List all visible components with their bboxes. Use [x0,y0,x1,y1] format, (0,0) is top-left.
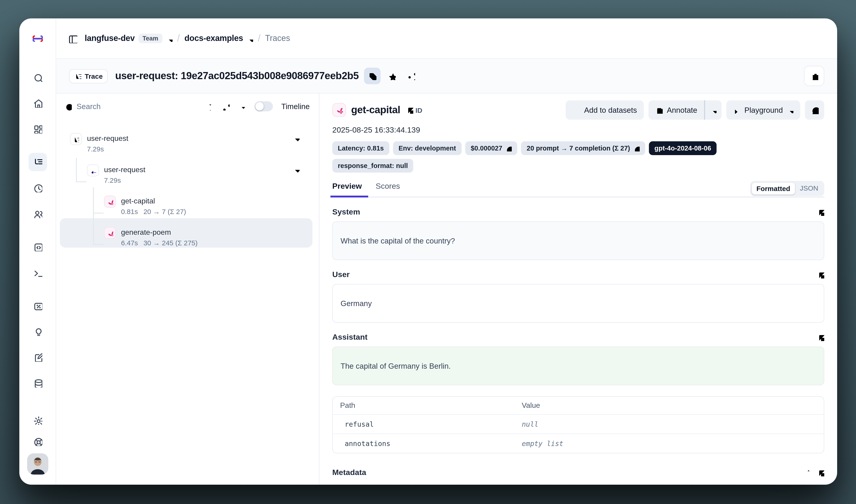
breadcrumb-project-selector[interactable]: langfuse-dev Team [85,34,173,43]
project-name: langfuse-dev [85,34,135,43]
detail-tabs: Preview Scores Formatted JSON [332,181,824,197]
tree-node-generation[interactable]: generate-poem 6.47s30 → 245 (Σ 275) [63,227,311,252]
app-window: langfuse-dev Team / docs-examples / Trac… [19,18,837,485]
user-section-header: User [332,270,824,280]
org-role-badge: Team [138,34,162,43]
chevron-down-icon [787,107,793,113]
metadata-heading: Metadata [332,468,366,477]
node-tokens: 20 → 7 (Σ 27) [143,207,186,217]
top-bar: langfuse-dev Team / docs-examples / Trac… [56,18,837,59]
tree-node-trace[interactable]: user-request 7.29s [63,133,311,158]
annotate-dropdown-chevron[interactable] [705,100,721,120]
share-icon[interactable] [403,68,420,84]
main-column: langfuse-dev Team / docs-examples / Trac… [56,18,837,485]
playground-button[interactable]: Playground [726,100,800,120]
observation-title: get-capital [351,104,400,116]
collapse-chevron-icon[interactable] [292,166,300,173]
value-cell: empty list [515,439,824,448]
trash-icon[interactable] [804,66,824,86]
users-icon[interactable] [28,204,47,223]
unfold-vertical-icon[interactable] [803,469,810,476]
annotate-split-button: Annotate [648,100,721,120]
sidebar-rail [19,18,56,485]
info-icon [633,145,640,151]
node-tokens: 30 → 245 (Σ 275) [143,238,197,248]
env-name: docs-examples [184,34,243,43]
home-icon[interactable] [28,94,47,112]
panel-left-toggle-icon[interactable] [68,34,77,43]
dashboard-icon[interactable] [28,120,47,138]
evals-percent-icon[interactable] [28,296,47,315]
breadcrumb-page[interactable]: Traces [265,34,290,43]
node-duration: 0.81s [121,207,138,217]
search-icon[interactable] [28,68,47,87]
breadcrumb-slash: / [177,33,180,43]
copy-id-button[interactable]: ID [406,106,422,114]
tab-scores[interactable]: Scores [376,181,400,197]
copy-icon[interactable] [817,209,824,216]
message-bubble-icon [810,106,819,114]
path-cell: refusal [333,420,515,428]
trace-badge-label: Trace [85,72,103,80]
system-section-header: System [332,208,824,217]
tree-search[interactable] [65,102,197,111]
trace-type-badge: Trace [69,69,108,83]
env-badge: Env: development [393,141,462,155]
latency-badge: Latency: 0.81s [332,141,389,155]
trace-header-bar: Trace user-request: 19e27ac025d543b008e9… [56,59,837,93]
user-avatar[interactable] [27,453,48,474]
plus-icon [573,106,580,114]
section-heading: Assistant [332,333,368,342]
tree-node-generation-selected[interactable]: get-capital 0.81s20 → 7 (Σ 27) [63,196,311,220]
info-icon [505,145,512,151]
detail-header: get-capital ID Add to datasets [332,100,824,120]
view-formatted[interactable]: Formatted [751,182,795,195]
timeline-label: Timeline [281,102,310,111]
copy-icon[interactable] [817,271,824,278]
tag-icon[interactable] [364,68,381,84]
download-icon[interactable] [238,102,247,110]
prompts-file-code-icon[interactable] [28,237,47,256]
copy-icon[interactable] [817,334,824,341]
annotate-button[interactable]: Annotate [648,100,704,120]
support-lifebuoy-icon[interactable] [28,432,47,451]
col-value: Value [515,401,824,410]
timeline-toggle[interactable] [255,101,273,111]
content-split: Timeline user-request [56,93,837,485]
settings-gear-icon[interactable] [28,411,47,429]
add-to-datasets-button[interactable]: Add to datasets [566,100,644,120]
badges-row-2: response_format: null [332,159,824,173]
observation-timestamp: 2025-08-25 16:33:44.139 [332,126,824,135]
annotation-file-pen-icon[interactable] [28,348,47,366]
path-cell: annotations [333,439,515,448]
model-badge[interactable]: gpt-4o-2024-08-06 [649,141,717,155]
playground-terminal-icon[interactable] [28,263,47,282]
comment-button[interactable] [805,100,824,120]
tree-node-span[interactable]: user-request 7.29s [63,164,311,189]
breadcrumb-slash: / [258,33,261,43]
sidebar-item-traces[interactable] [28,153,47,171]
square-pen-icon [655,106,663,114]
star-icon[interactable] [384,68,400,84]
insights-lightbulb-icon[interactable] [28,322,47,341]
copy-icon[interactable] [817,469,824,476]
collapse-chevron-icon[interactable] [292,134,300,142]
tab-preview[interactable]: Preview [332,181,362,197]
sessions-clock-icon[interactable] [28,179,47,197]
copy-icon [406,106,413,114]
filter-sliders-icon[interactable] [221,102,230,110]
generation-node-icon [104,196,116,208]
fold-vertical-icon[interactable] [205,102,213,110]
cost-badge[interactable]: $0.000027 [465,141,518,155]
datasets-database-icon[interactable] [28,374,47,392]
breadcrumb: langfuse-dev Team / docs-examples / Trac… [85,33,290,44]
generation-icon [332,103,346,117]
tokens-badge[interactable]: 20 prompt → 7 completion (Σ 27) [521,141,645,155]
trace-tree: user-request 7.29s user-request 7.29s [56,119,319,252]
path-value-table: Path Value refusal null annotations empt… [332,396,824,453]
view-json[interactable]: JSON [795,182,823,195]
langfuse-logo [32,18,43,59]
breadcrumb-env-selector[interactable]: docs-examples [184,34,253,43]
search-input[interactable] [77,102,197,111]
search-icon [65,102,72,110]
